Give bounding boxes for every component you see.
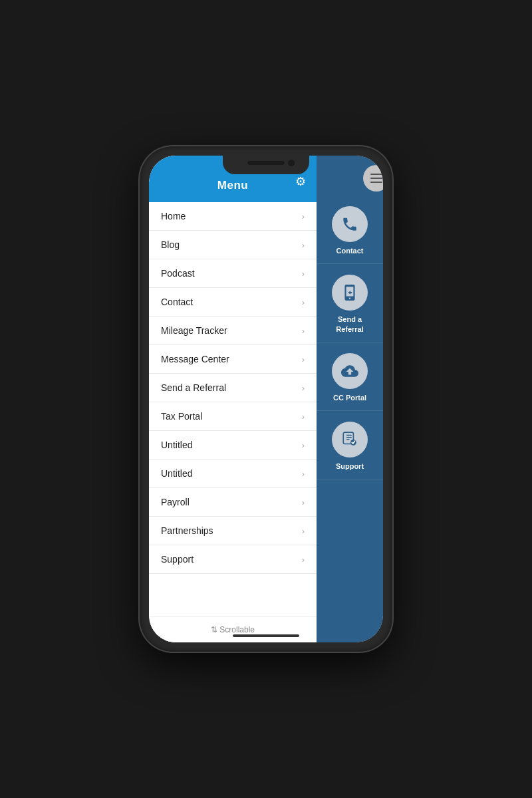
menu-item-label: Untitled bbox=[161, 468, 192, 479]
menu-item[interactable]: Blog › bbox=[149, 231, 317, 259]
sidebar-item-contact[interactable]: Contact bbox=[317, 196, 383, 264]
settings-icon[interactable]: ⚙ bbox=[295, 174, 306, 189]
tablet-icon bbox=[332, 275, 368, 311]
sidebar-item-label: Support bbox=[336, 462, 364, 471]
chevron-right-icon: › bbox=[302, 211, 305, 221]
home-indicator bbox=[233, 634, 299, 637]
sidebar-panel: Contact Send aReferral CC Portal Support bbox=[317, 156, 383, 642]
sidebar-item-send-a-referral[interactable]: Send aReferral bbox=[317, 264, 383, 342]
menu-item[interactable]: Payroll › bbox=[149, 488, 317, 517]
sidebar-item-label: Send aReferral bbox=[336, 315, 364, 334]
menu-item-label: Send a Referral bbox=[161, 382, 226, 393]
sidebar-item-support[interactable]: Support bbox=[317, 411, 383, 479]
menu-item[interactable]: Mileage Tracker › bbox=[149, 317, 317, 345]
hamburger-line-1 bbox=[370, 174, 382, 175]
person-icon bbox=[332, 422, 368, 458]
sidebar-item-label: Contact bbox=[336, 246, 364, 255]
chevron-right-icon: › bbox=[302, 326, 305, 336]
chevron-right-icon: › bbox=[302, 383, 305, 393]
chevron-right-icon: › bbox=[302, 297, 305, 307]
sidebar-item-label: CC Portal bbox=[333, 393, 366, 402]
chevron-right-icon: › bbox=[302, 497, 305, 507]
menu-item-label: Tax Portal bbox=[161, 411, 202, 422]
phone-icon bbox=[332, 206, 368, 242]
menu-list: Home › Blog › Podcast › Contact › Mileag… bbox=[149, 202, 317, 616]
chevron-right-icon: › bbox=[302, 555, 305, 565]
menu-item[interactable]: Podcast › bbox=[149, 259, 317, 288]
menu-item[interactable]: Untitled › bbox=[149, 431, 317, 460]
menu-item-label: Partnerships bbox=[161, 525, 213, 536]
sidebar-items: Contact Send aReferral CC Portal Support bbox=[317, 156, 383, 479]
scrollable-footer: ⇅ Scrollable bbox=[149, 616, 317, 642]
menu-item[interactable]: Tax Portal › bbox=[149, 402, 317, 431]
menu-item-label: Podcast bbox=[161, 268, 195, 279]
menu-item-label: Home bbox=[161, 211, 186, 221]
speaker bbox=[248, 161, 285, 165]
menu-item-label: Support bbox=[161, 554, 194, 565]
menu-item[interactable]: Partnerships › bbox=[149, 517, 317, 545]
chevron-right-icon: › bbox=[302, 412, 305, 422]
menu-item[interactable]: Contact › bbox=[149, 288, 317, 317]
hamburger-line-2 bbox=[370, 178, 382, 179]
menu-item-label: Contact bbox=[161, 297, 193, 307]
sidebar-item-cc-portal[interactable]: CC Portal bbox=[317, 342, 383, 411]
hamburger-line-3 bbox=[370, 182, 382, 183]
chevron-right-icon: › bbox=[302, 354, 305, 364]
camera bbox=[288, 160, 295, 166]
menu-item[interactable]: Message Center › bbox=[149, 345, 317, 374]
menu-item-label: Payroll bbox=[161, 497, 190, 507]
menu-item[interactable]: Send a Referral › bbox=[149, 374, 317, 402]
chevron-right-icon: › bbox=[302, 269, 305, 279]
menu-item[interactable]: Home › bbox=[149, 202, 317, 231]
menu-item[interactable]: Untitled › bbox=[149, 460, 317, 488]
menu-item-label: Untitled bbox=[161, 440, 192, 450]
phone-screen: Menu ⚙ Home › Blog › Podcast › Contact ›… bbox=[149, 156, 383, 642]
phone-frame: Menu ⚙ Home › Blog › Podcast › Contact ›… bbox=[140, 146, 392, 652]
menu-item-label: Blog bbox=[161, 239, 180, 250]
app-screen: Menu ⚙ Home › Blog › Podcast › Contact ›… bbox=[149, 156, 383, 642]
chevron-right-icon: › bbox=[302, 526, 305, 536]
menu-item[interactable]: Support › bbox=[149, 545, 317, 574]
menu-panel: Menu ⚙ Home › Blog › Podcast › Contact ›… bbox=[149, 156, 317, 642]
chevron-right-icon: › bbox=[302, 440, 305, 450]
cloud-icon bbox=[332, 353, 368, 389]
menu-item-label: Message Center bbox=[161, 354, 229, 364]
menu-title: Menu bbox=[217, 179, 248, 192]
menu-item-label: Mileage Tracker bbox=[161, 325, 227, 336]
notch bbox=[223, 156, 309, 174]
chevron-right-icon: › bbox=[302, 469, 305, 479]
chevron-right-icon: › bbox=[302, 240, 305, 250]
